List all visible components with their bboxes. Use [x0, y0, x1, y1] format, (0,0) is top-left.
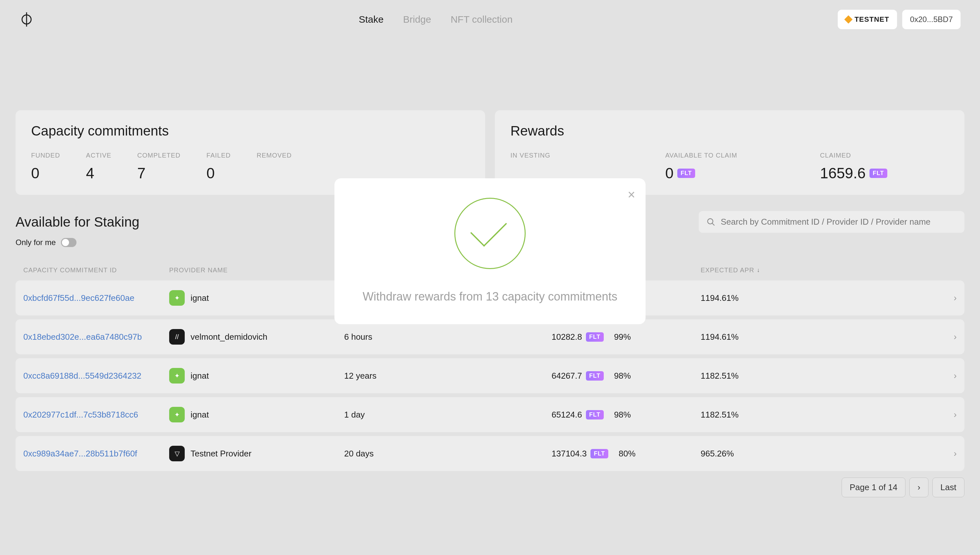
modal-text: Withdraw rewards from 13 capacity commit… [360, 289, 620, 305]
success-circle-icon [454, 198, 526, 269]
close-icon[interactable]: × [628, 188, 635, 202]
modal-overlay: × Withdraw rewards from 13 capacity comm… [0, 0, 980, 555]
success-modal: × Withdraw rewards from 13 capacity comm… [335, 178, 645, 324]
checkmark-icon [470, 210, 507, 247]
